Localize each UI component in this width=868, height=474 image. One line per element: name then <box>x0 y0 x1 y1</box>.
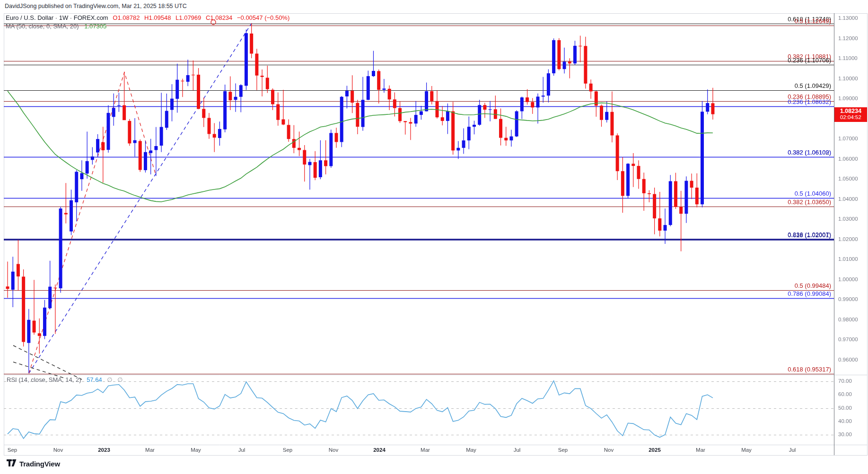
time-axis-label: May <box>191 447 201 453</box>
price-tick-label: 1.10000 <box>838 76 858 81</box>
rsi-empty-slot-1: ∅ <box>107 376 112 383</box>
current-price: 1.08234 <box>834 108 867 114</box>
fib-level-label: 0.5 (1.09429) <box>0 82 831 89</box>
fib-level-label: 0.618 (0.95317) <box>0 366 831 373</box>
price-tick-label: 1.06000 <box>838 156 858 162</box>
price-tick-label: 0.97000 <box>838 336 858 342</box>
rsi-legend[interactable]: RSI (14, close, SMA, 14, 2) 57.64 ∅ ∅ <box>7 376 123 383</box>
time-axis-label: May <box>466 447 476 453</box>
time-axis-label: 2024 <box>373 447 386 453</box>
price-tick-label: 1.02000 <box>838 236 858 242</box>
bar-countdown: 02:04:52 <box>834 114 867 121</box>
price-tick-label: 0.96000 <box>838 357 858 362</box>
rsi-tick-label: 40.00 <box>838 418 852 424</box>
price-tick-label: 1.12000 <box>838 35 858 41</box>
time-axis-label: Jul <box>514 447 521 453</box>
fib-level-label: 0.382 (1.06109) <box>0 149 831 156</box>
fib-level-label: 0.786 (0.99084) <box>0 290 831 297</box>
price-tick-label: 1.01000 <box>838 256 858 262</box>
time-axis-label: Nov <box>604 447 614 453</box>
rsi-tick-label: 60.00 <box>838 391 852 397</box>
rsi-tick-label: 50.00 <box>838 405 852 411</box>
price-tick-label: 0.99000 <box>838 296 858 302</box>
time-axis-label: Mar <box>145 447 155 453</box>
rsi-tick-label: 70.00 <box>838 378 852 384</box>
price-tick-label: 1.07000 <box>838 136 858 141</box>
price-tick-label: 1.03000 <box>838 216 858 222</box>
time-axis-label: 2025 <box>649 447 661 453</box>
rsi-value: 57.64 <box>87 376 102 383</box>
fib-level-label: 0.5 (1.04060) <box>0 190 831 197</box>
fib-level-label: 0.5 (1.12649) <box>0 17 831 25</box>
rsi-tick-label: 30.00 <box>838 431 852 437</box>
price-tick-label: 1.04000 <box>838 196 858 202</box>
time-axis-label: Jul <box>238 447 245 453</box>
fib-level-label: 0.382 (1.03650) <box>0 198 831 206</box>
time-axis-label: Jul <box>789 447 796 453</box>
tradingview-chart-snapshot: DavidJSong published on TradingView.com,… <box>0 0 868 474</box>
price-tick-label: 1.05000 <box>838 176 858 181</box>
tradingview-mark-icon <box>7 459 17 468</box>
time-axis-label: Mar <box>421 447 430 453</box>
time-axis-label: Nov <box>53 447 63 453</box>
time-axis-label: May <box>741 447 752 453</box>
price-tick-label: 1.13000 <box>838 15 858 21</box>
current-price-badge: 1.08234 02:04:52 <box>834 107 867 122</box>
price-tick-label: 0.98000 <box>838 317 858 322</box>
fib-level-label: 0.236 (1.08632) <box>0 98 831 105</box>
fib-level-label: 0.5 (0.99484) <box>0 282 831 289</box>
rsi-label: RSI (14, close, SMA, 14, 2) <box>7 376 81 383</box>
price-tick-label: 1.00000 <box>838 276 858 282</box>
tradingview-logo[interactable]: TradingView <box>7 459 60 468</box>
fib-level-label: 0.236 (1.10706) <box>0 57 831 64</box>
time-axis-label: Sep <box>8 447 17 453</box>
time-axis-label: 2023 <box>98 447 110 453</box>
time-axis-label: Mar <box>696 447 705 453</box>
rsi-empty-slot-2: ∅ <box>117 376 123 383</box>
time-axis-label: Nov <box>329 447 338 453</box>
time-axis-label: Sep <box>558 447 568 453</box>
price-tick-label: 1.11000 <box>838 55 858 61</box>
tradingview-logo-text: TradingView <box>19 460 60 468</box>
time-axis-label: Sep <box>283 447 292 453</box>
price-tick-label: 1.09000 <box>838 95 858 101</box>
fib-level-label: 0.236 (1.02007) <box>0 231 831 238</box>
